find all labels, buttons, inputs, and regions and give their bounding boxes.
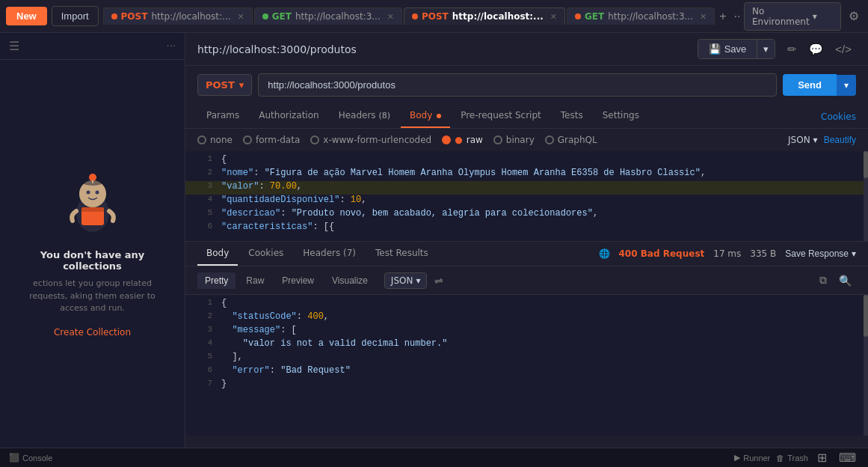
cookies-link[interactable]: Cookies bbox=[821, 111, 856, 122]
menu-icon: ☰ bbox=[9, 39, 19, 53]
layout-icon-button[interactable]: ⊞ bbox=[814, 448, 830, 467]
svg-point-2 bbox=[86, 191, 90, 195]
radio-graphql bbox=[545, 135, 554, 144]
create-collection-link[interactable]: Create Collection bbox=[54, 327, 131, 338]
tab-3-url: http://localhost:... bbox=[452, 11, 544, 22]
tab-pre-request[interactable]: Pre-request Script bbox=[452, 104, 550, 128]
tab-tests[interactable]: Tests bbox=[552, 104, 592, 128]
request-code-editor[interactable]: 1 { 2 "nome": "Figura de ação Marvel Hom… bbox=[185, 151, 868, 241]
body-opts-right: JSON ▾ Beautify bbox=[788, 135, 856, 145]
main-area: ☰ ··· bbox=[0, 33, 868, 448]
save-button[interactable]: 💾 Save bbox=[698, 40, 757, 58]
bottom-bar-left: ⬛ Console bbox=[9, 453, 52, 463]
body-opt-form-data[interactable]: form-data bbox=[243, 135, 300, 145]
sidebar: ☰ ··· bbox=[0, 33, 185, 448]
res-tab-body[interactable]: Body bbox=[197, 242, 238, 266]
settings-icon[interactable]: ⚙ bbox=[846, 6, 862, 26]
tab-3-dot bbox=[412, 13, 418, 19]
res-scrollbar-thumb bbox=[864, 295, 868, 337]
json-format-chevron-icon: ▾ bbox=[813, 135, 818, 145]
edit-icon-button[interactable]: ✏ bbox=[783, 40, 801, 59]
view-pretty-button[interactable]: Pretty bbox=[197, 272, 236, 289]
sidebar-more-icon[interactable]: ··· bbox=[167, 40, 176, 52]
runner-icon: ▶ bbox=[734, 453, 740, 463]
beautify-button[interactable]: Beautify bbox=[824, 135, 856, 145]
url-bar: POST ▾ Send ▾ bbox=[185, 66, 868, 104]
view-format-chevron-icon: ▾ bbox=[416, 275, 420, 286]
tab-4-dot bbox=[575, 13, 581, 19]
res-line-2: 2 "statusCode": 400, bbox=[185, 311, 868, 325]
req-code-scrollbar[interactable] bbox=[864, 151, 868, 241]
res-tab-headers[interactable]: Headers (7) bbox=[294, 242, 365, 266]
json-format-dropdown[interactable]: JSON ▾ bbox=[788, 135, 818, 145]
res-tab-cookies[interactable]: Cookies bbox=[239, 242, 292, 266]
more-tabs-button[interactable]: ··· bbox=[731, 7, 739, 26]
trash-button[interactable]: 🗑 Trash bbox=[776, 454, 808, 463]
tab-authorization[interactable]: Authorization bbox=[250, 104, 327, 128]
body-opt-binary[interactable]: binary bbox=[493, 135, 535, 145]
radio-none bbox=[197, 135, 206, 144]
method-selector[interactable]: POST ▾ bbox=[197, 74, 252, 96]
trash-icon: 🗑 bbox=[776, 454, 784, 463]
tab-4-close[interactable]: ✕ bbox=[700, 12, 707, 22]
body-options: none form-data x-www-form-urlencoded ● r… bbox=[185, 129, 868, 151]
tab-1-close[interactable]: ✕ bbox=[238, 12, 244, 22]
response-tabs-row: Body Cookies Headers (7) Test Results 🌐 … bbox=[185, 242, 868, 266]
comment-icon-button[interactable]: 💬 bbox=[804, 40, 828, 59]
console-button[interactable]: ⬛ Console bbox=[9, 453, 52, 463]
tab-body[interactable]: Body bbox=[401, 104, 450, 128]
view-format-dropdown[interactable]: JSON ▾ bbox=[384, 272, 428, 289]
res-code-scrollbar[interactable] bbox=[864, 295, 868, 436]
tab-1[interactable]: POST http://localhost:... ✕ bbox=[103, 7, 253, 25]
tab-3[interactable]: POST http://localhost:... ✕ bbox=[404, 7, 565, 25]
import-button[interactable]: Import bbox=[52, 6, 99, 26]
svg-point-3 bbox=[95, 191, 99, 195]
environment-selector[interactable]: No Environment ▾ bbox=[744, 2, 841, 31]
globe-icon: 🌐 bbox=[599, 248, 610, 259]
tab-1-dot bbox=[111, 13, 117, 19]
req-line-6: 6 "caracteristicas": [{ bbox=[185, 222, 868, 235]
save-chevron-button[interactable]: ▾ bbox=[757, 40, 775, 58]
response-code-editor[interactable]: 1 { 2 "statusCode": 400, 3 "message": [ … bbox=[185, 295, 868, 436]
tab-headers[interactable]: Headers (8) bbox=[330, 104, 399, 128]
tab-3-close[interactable]: ✕ bbox=[550, 12, 557, 22]
body-opt-graphql[interactable]: GraphQL bbox=[545, 135, 597, 145]
save-response-button[interactable]: Save Response ▾ bbox=[785, 248, 856, 259]
keyboard-icon-button[interactable]: ⌨ bbox=[836, 448, 859, 467]
body-opt-urlencoded[interactable]: x-www-form-urlencoded bbox=[310, 135, 431, 145]
body-opt-none[interactable]: none bbox=[197, 135, 233, 145]
copy-response-button[interactable]: ⧉ bbox=[815, 271, 831, 290]
wrap-lines-button[interactable]: ⇌ bbox=[430, 272, 448, 290]
res-line-3: 3 "message": [ bbox=[185, 325, 868, 338]
svg-rect-6 bbox=[81, 207, 104, 212]
sidebar-header: ☰ ··· bbox=[0, 33, 185, 60]
tab-settings[interactable]: Settings bbox=[594, 104, 648, 128]
sidebar-content: You don't have any collections ections l… bbox=[0, 60, 185, 448]
url-input[interactable] bbox=[258, 73, 777, 97]
view-format-label: JSON bbox=[391, 275, 413, 286]
req-line-3: 3 "valor": 70.00, bbox=[185, 181, 868, 195]
view-raw-button[interactable]: Raw bbox=[238, 272, 271, 289]
tab-2[interactable]: GET http://localhost:3... ✕ bbox=[254, 7, 402, 25]
view-preview-button[interactable]: Preview bbox=[274, 272, 321, 289]
runner-button[interactable]: ▶ Runner bbox=[734, 453, 770, 463]
env-chevron-icon: ▾ bbox=[813, 11, 833, 22]
tab-params[interactable]: Params bbox=[197, 104, 248, 128]
method-chevron-icon: ▾ bbox=[239, 79, 244, 91]
view-visualize-button[interactable]: Visualize bbox=[324, 272, 375, 289]
send-chevron-button[interactable]: ▾ bbox=[837, 75, 856, 96]
response-status-area: 🌐 400 Bad Request 17 ms 335 B Save Respo… bbox=[599, 248, 857, 259]
search-response-button[interactable]: 🔍 bbox=[834, 272, 856, 290]
response-view-opts: Pretty Raw Preview Visualize JSON ▾ ⇌ ⧉ … bbox=[185, 266, 868, 295]
send-button[interactable]: Send bbox=[783, 74, 837, 96]
tab-4[interactable]: GET http://localhost:3... ✕ bbox=[567, 7, 715, 25]
tab-4-url: http://localhost:3... bbox=[608, 11, 693, 22]
new-button[interactable]: New bbox=[6, 7, 47, 25]
svg-point-7 bbox=[89, 174, 96, 181]
res-tab-test-results[interactable]: Test Results bbox=[366, 242, 437, 266]
req-line-1: 1 { bbox=[185, 154, 868, 168]
add-tab-button[interactable]: + bbox=[716, 7, 729, 26]
body-opt-raw[interactable]: ● raw bbox=[442, 135, 483, 145]
code-icon-button[interactable]: </> bbox=[831, 40, 856, 58]
tab-2-close[interactable]: ✕ bbox=[387, 12, 394, 22]
